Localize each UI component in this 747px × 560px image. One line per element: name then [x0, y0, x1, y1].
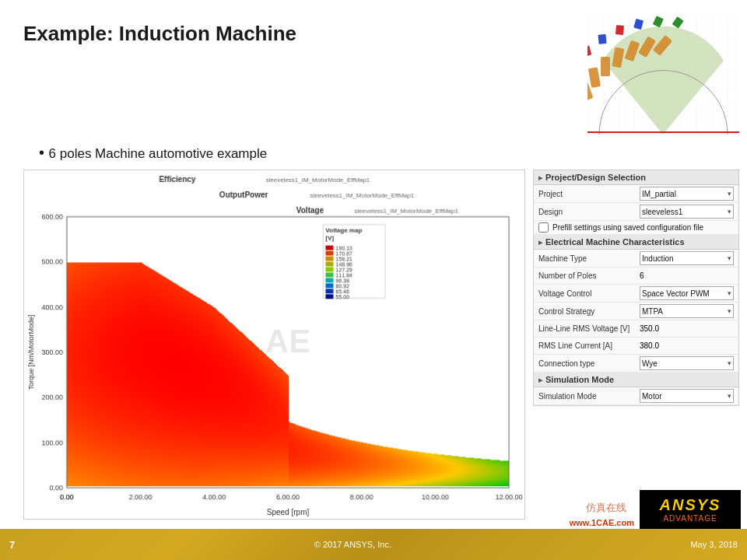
connection-select[interactable]: Wye — [640, 356, 734, 370]
rms-current-label: RMS Line Current [A] — [538, 341, 640, 350]
watermark-text: 仿真在线 — [586, 501, 626, 515]
project-value-container[interactable]: IM_partial — [640, 187, 734, 201]
slide-number: 7 — [9, 539, 15, 551]
settings-panel: Project/Design Selection Project IM_part… — [533, 170, 739, 406]
num-poles-label: Number of Poles — [538, 271, 640, 280]
rms-current-value: 380.0 — [640, 341, 659, 350]
project-row: Project IM_partial — [534, 185, 738, 203]
control-strategy-row: Control Strategy MTPA — [534, 303, 738, 320]
design-row: Design sleeveless1 — [534, 203, 738, 221]
machine-type-row: Machine Type Induction — [534, 250, 738, 268]
design-select[interactable]: sleeveless1 — [640, 205, 734, 219]
svg-rect-11 — [598, 34, 607, 44]
bottom-bar: 7 © 2017 ANSYS, Inc. May 3, 2018 — [0, 529, 747, 560]
heatmap-canvas — [24, 170, 524, 519]
motor-diagram — [587, 14, 739, 135]
voltage-control-row: Voltage Control Space Vector PWM — [534, 285, 738, 303]
bullet-point: 6 poles Machine automotive example — [39, 144, 267, 162]
num-poles-row: Number of Poles 6 — [534, 268, 738, 285]
website-url: www.1CAE.com — [570, 518, 634, 527]
machine-type-label: Machine Type — [538, 254, 640, 263]
ansys-brand-text: ANSYS — [660, 496, 721, 514]
copyright-text: © 2017 ANSYS, Inc. — [314, 540, 391, 549]
design-value-container[interactable]: sleeveless1 — [640, 205, 734, 219]
sim-mode-row: Simulation Mode Motor — [534, 387, 738, 405]
line-voltage-row: Line-Line RMS Voltage [V] 350.0 — [534, 320, 738, 338]
line-voltage-label: Line-Line RMS Voltage [V] — [538, 324, 640, 333]
connection-row: Connection type Wye — [534, 355, 738, 373]
svg-rect-5 — [601, 57, 610, 76]
date-text: May 3, 2018 — [690, 540, 738, 549]
connection-label: Connection type — [538, 359, 640, 368]
svg-rect-15 — [615, 25, 624, 35]
line-voltage-value: 350.0 — [640, 324, 659, 333]
ansys-tagline: ADVANTAGE — [663, 514, 717, 523]
control-strategy-label: Control Strategy — [538, 307, 640, 316]
slide-title: Example: Induction Machine — [23, 22, 296, 46]
prefill-row: Prefill settings using saved configurati… — [534, 221, 738, 235]
num-poles-value: 6 — [640, 271, 644, 280]
prefill-checkbox[interactable] — [538, 222, 549, 233]
voltage-control-label: Voltage Control — [538, 289, 640, 298]
prefill-label: Prefill settings using saved configurati… — [552, 223, 703, 232]
project-select[interactable]: IM_partial — [640, 187, 734, 201]
voltage-control-select[interactable]: Space Vector PWM — [640, 286, 734, 300]
control-strategy-select[interactable]: MTPA — [640, 304, 734, 318]
project-label: Project — [538, 190, 640, 198]
rms-current-row: RMS Line Current [A] 380.0 — [534, 338, 738, 355]
design-label: Design — [538, 208, 640, 216]
machine-type-select[interactable]: Induction — [640, 251, 734, 265]
project-design-header: Project/Design Selection — [534, 170, 738, 185]
elec-machine-header: Electrical Machine Characteristics — [534, 235, 738, 250]
ansys-logo: ANSYS ADVANTAGE — [640, 490, 741, 529]
simulation-mode-header: Simulation Mode — [534, 373, 738, 387]
sim-mode-label: Simulation Mode — [538, 392, 640, 401]
efficiency-chart-area — [23, 170, 525, 520]
sim-mode-select[interactable]: Motor — [640, 389, 734, 403]
